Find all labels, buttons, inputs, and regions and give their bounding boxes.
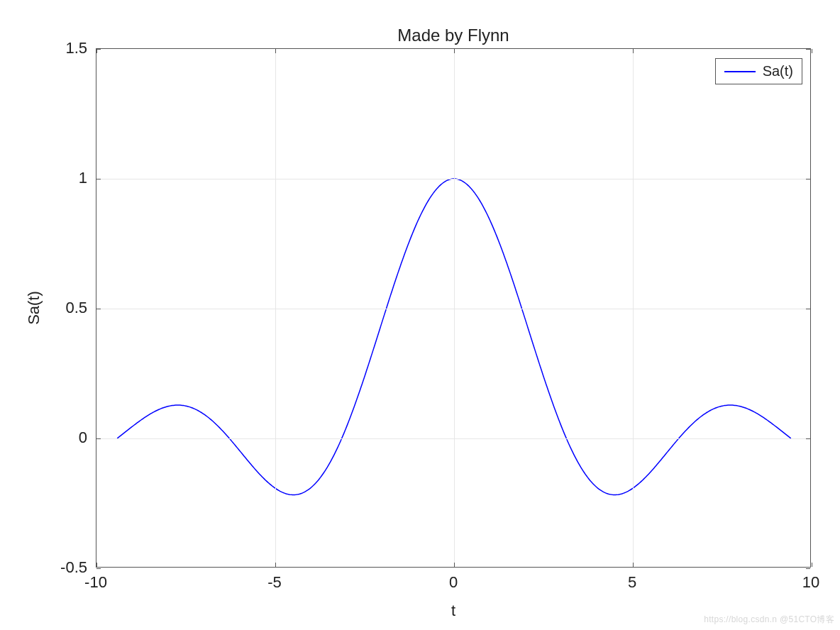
chart-title: Made by Flynn [397, 26, 509, 45]
legend-swatch [724, 71, 756, 72]
x-tick-mark [633, 49, 634, 53]
x-axis-label: t [451, 602, 455, 620]
y-tick-label: 1 [79, 169, 87, 187]
x-tick-label: -10 [84, 573, 107, 592]
x-tick-mark [812, 49, 812, 53]
y-tick-label: 0.5 [65, 299, 87, 317]
y-tick-label: -0.5 [60, 558, 87, 577]
y-tick-mark [806, 49, 810, 50]
x-tick-label: 10 [802, 573, 819, 592]
x-tick-mark [633, 563, 634, 567]
grid-line-vertical [633, 49, 634, 567]
x-tick-label: -5 [267, 573, 282, 592]
x-tick-label: 5 [628, 573, 636, 592]
y-tick-mark [96, 568, 101, 569]
grid-line-horizontal [96, 179, 810, 179]
x-tick-mark [275, 563, 276, 567]
x-tick-mark [454, 563, 455, 567]
plot-area [96, 48, 811, 568]
y-tick-mark [806, 179, 810, 179]
y-tick-mark [96, 179, 101, 179]
y-tick-mark [806, 309, 810, 309]
y-tick-mark [806, 438, 810, 439]
x-tick-mark [96, 563, 97, 567]
y-tick-label: 1.5 [65, 39, 87, 57]
x-tick-mark [454, 49, 455, 53]
x-tick-mark [812, 563, 812, 567]
y-tick-label: 0 [79, 429, 87, 447]
legend: Sa(t) [715, 58, 802, 84]
watermark: https://blog.csdn.n @51CTO博客 [704, 614, 834, 626]
chart-container: Made by Flynn t Sa(t) Sa(t) https://blog… [0, 0, 840, 630]
y-tick-mark [96, 49, 101, 50]
grid-line-horizontal [96, 438, 810, 439]
grid-line-horizontal [96, 309, 810, 309]
y-axis-label: Sa(t) [25, 291, 43, 325]
x-tick-label: 0 [449, 573, 458, 592]
grid-line-vertical [454, 49, 455, 567]
y-tick-mark [96, 309, 101, 309]
legend-entry-label: Sa(t) [763, 63, 793, 79]
y-tick-mark [96, 438, 101, 439]
grid-line-vertical [275, 49, 276, 567]
y-tick-mark [806, 568, 810, 569]
x-tick-mark [275, 49, 276, 53]
